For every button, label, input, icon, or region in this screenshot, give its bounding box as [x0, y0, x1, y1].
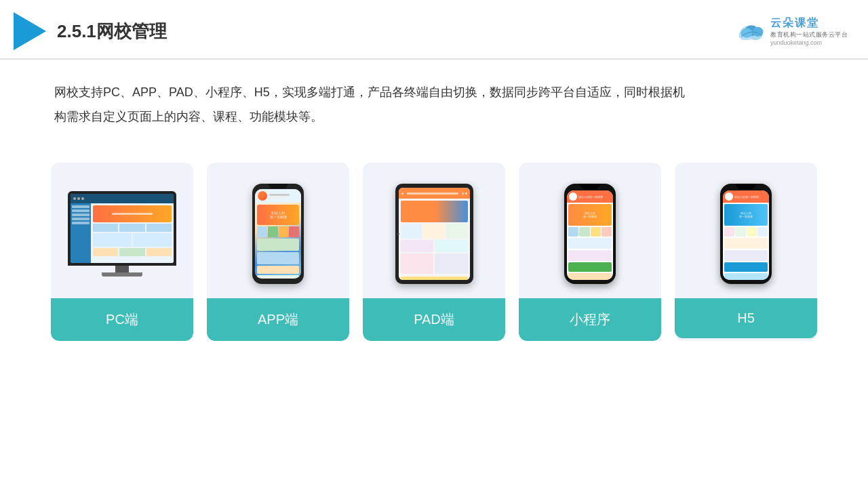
cards-container: PC端: [0, 142, 868, 341]
page-title: 2.5.1网校管理: [57, 20, 167, 43]
h5-phone-outer: 职达人的第一堂刷课 职达人的第一堂刷课: [720, 184, 772, 284]
header-left: 2.5.1网校管理: [14, 12, 167, 50]
tablet-camera: [397, 233, 399, 235]
phone-screen: 职达人的第一堂刷课: [255, 189, 301, 279]
mini-phone-screen: 职达人的第一堂刷课 职达人的第一堂刷课: [567, 190, 613, 280]
app-label: APP端: [207, 298, 349, 341]
mini-phone-notch: [580, 184, 600, 189]
brand-logo: 云朵课堂 教育机构一站式服务云平台 yunduoketang.com: [736, 16, 848, 46]
app-phone-mockup: 职达人的第一堂刷课: [252, 184, 304, 284]
logo-triangle-icon: [14, 12, 46, 50]
mini-image-area: 职达人的第一堂刷课 职达人的第一堂刷课: [519, 163, 661, 298]
pad-image-area: [363, 163, 505, 298]
tablet-outer: [395, 184, 473, 284]
mini-phone-mockup: 职达人的第一堂刷课 职达人的第一堂刷课: [564, 184, 616, 284]
brand-url: yunduoketang.com: [770, 39, 822, 46]
brand-name: 云朵课堂: [770, 16, 819, 30]
pad-label: PAD端: [363, 298, 505, 341]
pc-mockup: [68, 191, 176, 277]
h5-phone-mockup: 职达人的第一堂刷课 职达人的第一堂刷课: [720, 184, 772, 284]
pc-screen: [68, 191, 176, 266]
card-miniprogram: 职达人的第一堂刷课 职达人的第一堂刷课: [519, 163, 661, 341]
app-image-area: 职达人的第一堂刷课: [207, 163, 349, 298]
description-paragraph: 网校支持PC、APP、PAD、小程序、H5，实现多端打通，产品各终端自由切换，数…: [54, 80, 692, 129]
brand-tagline: 教育机构一站式服务云平台: [770, 30, 848, 39]
card-app: 职达人的第一堂刷课: [207, 163, 349, 341]
h5-phone-screen: 职达人的第一堂刷课 职达人的第一堂刷课: [723, 190, 769, 280]
card-pc: PC端: [51, 163, 193, 341]
pc-image-area: [51, 163, 193, 298]
h5-label: H5: [675, 298, 817, 338]
header: 2.5.1网校管理 云朵课堂 教育机构一站式服务云平台 yunduoketang…: [0, 0, 868, 60]
phone-notch: [269, 184, 288, 188]
miniprogram-label: 小程序: [519, 298, 661, 341]
pc-label: PC端: [51, 298, 193, 341]
phone-outer: 职达人的第一堂刷课: [252, 184, 304, 284]
mini-phone-outer: 职达人的第一堂刷课 职达人的第一堂刷课: [564, 184, 616, 284]
tablet-screen: [399, 188, 470, 280]
h5-image-area: 职达人的第一堂刷课 职达人的第一堂刷课: [675, 163, 817, 298]
tablet-mockup: [395, 184, 473, 284]
description-text: 网校支持PC、APP、PAD、小程序、H5，实现多端打通，产品各终端自由切换，数…: [0, 60, 746, 136]
card-pad: PAD端: [363, 163, 505, 341]
brand-text-block: 云朵课堂 教育机构一站式服务云平台 yunduoketang.com: [770, 16, 848, 46]
header-right: 云朵课堂 教育机构一站式服务云平台 yunduoketang.com: [736, 16, 848, 46]
cloud-icon: [736, 21, 766, 41]
h5-phone-notch: [736, 184, 756, 189]
card-h5: 职达人的第一堂刷课 职达人的第一堂刷课: [675, 163, 817, 341]
